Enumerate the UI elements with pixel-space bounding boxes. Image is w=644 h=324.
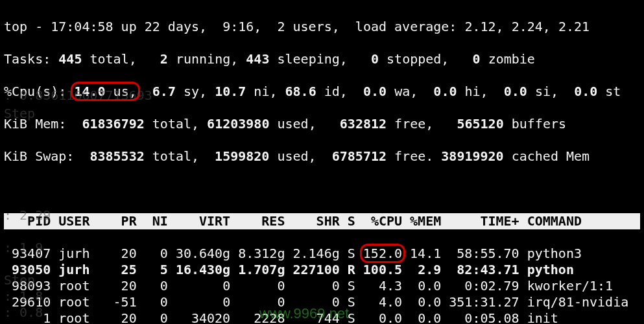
process-row: 93050 jurh25516.430g1.707g227100R100.52.… (4, 262, 640, 278)
process-header: PID USERPRNIVIRTRESSHRS%CPU%MEMTIME+ COM… (4, 213, 640, 229)
process-row: 29610 root-510000S4.00.0351:31.27 irq/81… (4, 294, 640, 310)
summary-line-tasks: Tasks: 445 total, 2 running, 443 sleepin… (4, 51, 640, 67)
summary-line-cpu: %Cpu(s): 14.0 us, 6.7 sy, 10.7 ni, 68.6 … (4, 84, 640, 100)
process-row: 93407 jurh20030.640g8.312g2.146gS152.014… (4, 246, 640, 262)
process-list: 93407 jurh20030.640g8.312g2.146gS152.014… (4, 246, 640, 324)
terminal-output: top - 17:04:58 up 22 days, 9:16, 2 users… (0, 0, 644, 324)
summary-line-swap: KiB Swap: 8385532 total, 1599820 used, 6… (4, 148, 640, 165)
blank-line (4, 181, 640, 197)
cpu-cell-highlight: 152.0 (360, 244, 405, 263)
process-row: 98093 root200000S4.30.00:02.79 kworker/1… (4, 278, 640, 294)
summary-line-uptime: top - 17:04:58 up 22 days, 9:16, 2 users… (4, 19, 640, 35)
summary-line-mem: KiB Mem: 61836792 total, 61203980 used, … (4, 116, 640, 132)
cpu-us-highlight: 14.0 us, (71, 82, 139, 101)
process-row: 1 root200340202228744S0.00.00:05.08 init (4, 310, 640, 324)
